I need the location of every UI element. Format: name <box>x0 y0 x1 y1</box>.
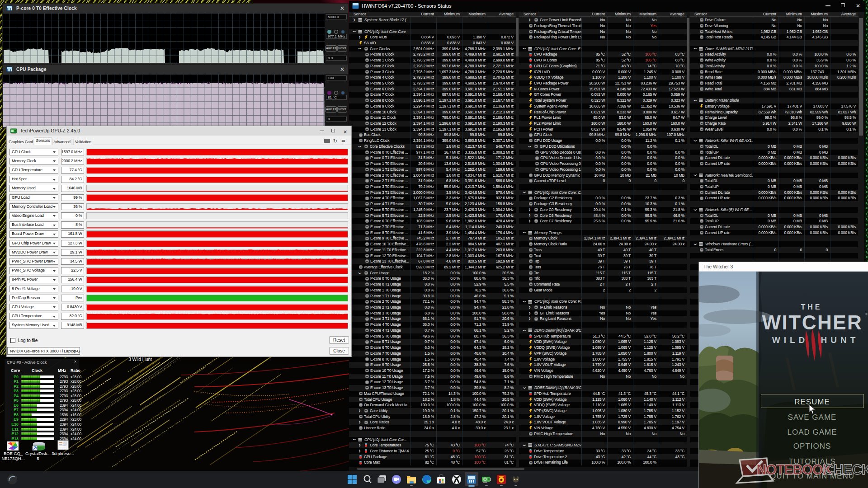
svg-text:NOTEBOOK: NOTEBOOK <box>756 462 833 478</box>
svg-text:WILD: WILD <box>772 335 809 345</box>
svg-text:CHECK: CHECK <box>824 462 868 478</box>
svg-text:THE: THE <box>801 303 822 311</box>
svg-text:®: ® <box>865 313 868 316</box>
svg-text:HUNT: HUNT <box>821 335 859 345</box>
